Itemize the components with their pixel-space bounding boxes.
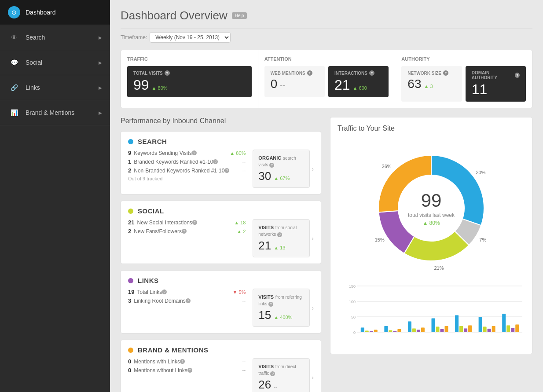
channel-body: 9 Keywords Sending Visits ? ▲ 80% 1 Bran…	[121, 150, 321, 194]
stats-row: Traffic TOTAL VISITS ? 99 ▲ 80%	[121, 50, 532, 108]
channel-card-search: SEARCH 9 Keywords Sending Visits ? ▲ 80%…	[121, 131, 321, 194]
attention-section: Attention WEB MENTIONS ? 0 --	[258, 50, 396, 108]
channel-stat-info-icon[interactable]: ?	[192, 220, 197, 225]
sidebar-item-social[interactable]: 💬 Social ▶	[0, 50, 110, 75]
network-size-info-icon[interactable]: ?	[443, 70, 448, 76]
channel-stat-row: 2 Non-Branded Keywords Ranked #1-10 ? --	[128, 167, 246, 174]
channel-header: BRAND & MENTIONS	[121, 340, 321, 358]
metric-change: --	[274, 384, 277, 389]
sidebar-item-brand[interactable]: 📊 Brand & Mentions ▶	[0, 100, 110, 125]
bar-links-0	[370, 331, 373, 332]
search-icon: 👁	[8, 31, 20, 44]
bar-search-3	[432, 319, 435, 333]
metric-from-info-icon[interactable]: ?	[268, 302, 273, 307]
authority-cards: NETWORK SIZE ? 63 ▲ 3 DOMAIN AUTHORITY ?	[401, 66, 526, 102]
traffic-card: Traffic to Your Site 30%7%21%15%26% 99 t…	[330, 117, 532, 354]
timeframe-label: Timeframe:	[121, 34, 147, 40]
timeframe-select[interactable]: Weekly (Nov 19 - 25, 2013)	[150, 32, 231, 43]
bar-search-0	[361, 328, 364, 333]
bar-chart-area: 150100500	[338, 279, 525, 347]
channel-stat-row: 0 Mentions with Links ? --	[128, 358, 246, 365]
total-visits-info-icon[interactable]: ?	[165, 70, 170, 76]
domain-authority-info-icon[interactable]: ?	[515, 73, 520, 78]
channel-metric-box[interactable]: VISITS from direct traffic ? 26 --	[253, 358, 310, 392]
channel-stat-row: 3 Linking Root Domains ? --	[128, 297, 246, 304]
svg-text:150: 150	[349, 284, 356, 289]
sidebar-item-label: Links	[26, 84, 99, 91]
bar-search-1	[384, 326, 388, 332]
out-of-label: Out of 9 tracked	[128, 176, 246, 181]
main-content: Dashboard Overview Help Timeframe: Weekl…	[110, 0, 543, 392]
interactions-change: ▲ 600	[353, 85, 367, 91]
sidebar-item-label: Search	[26, 34, 99, 41]
metric-number: 26	[258, 378, 271, 392]
total-visits-card: TOTAL VISITS ? 99 ▲ 80%	[127, 66, 252, 97]
page-title: Dashboard Overview	[121, 9, 227, 22]
traffic-section: Traffic TOTAL VISITS ? 99 ▲ 80%	[121, 50, 258, 108]
metric-from-info-icon[interactable]: ?	[270, 371, 275, 376]
sidebar-item-links[interactable]: 🔗 Links ▶	[0, 75, 110, 100]
metric-from-info-icon[interactable]: ?	[269, 163, 274, 168]
donut-svg: 30%7%21%15%26% 99 total visits last week…	[361, 143, 502, 275]
channel-stats: 9 Keywords Sending Visits ? ▲ 80% 1 Bran…	[128, 150, 246, 188]
bar-links-3	[440, 329, 444, 332]
channels-container: SEARCH 9 Keywords Sending Visits ? ▲ 80%…	[121, 131, 321, 392]
web-mentions-info-icon[interactable]: ?	[307, 70, 312, 76]
channel-dot	[128, 348, 133, 353]
web-mentions-label: WEB MENTIONS ?	[271, 70, 319, 76]
total-visits-value: 99 ▲ 80%	[133, 77, 246, 93]
channel-stat-num: 0	[128, 358, 131, 365]
help-button[interactable]: Help	[232, 12, 247, 19]
svg-text:total visits last week: total visits last week	[408, 212, 455, 218]
channel-stat-info-icon[interactable]: ?	[224, 168, 229, 173]
bar-brand-1	[397, 329, 401, 332]
interactions-info-icon[interactable]: ?	[369, 70, 374, 76]
metric-value: 26 --	[258, 378, 304, 392]
metric-type: VISITS	[258, 364, 274, 369]
svg-text:100: 100	[349, 300, 356, 304]
donut-chart: 30%7%21%15%26% 99 total visits last week…	[338, 139, 525, 279]
left-panel: Performance by Inbound Channel SEARCH 9 …	[121, 117, 321, 392]
sidebar-item-search[interactable]: 👁 Search ▶	[0, 25, 110, 50]
channel-metric-box[interactable]: ORGANIC search visits ? 30 ▲ 67%	[253, 150, 310, 188]
channel-stat-info-icon[interactable]: ?	[187, 368, 192, 373]
channel-header: LINKS	[121, 271, 321, 289]
domain-authority-label: DOMAIN AUTHORITY ?	[472, 70, 520, 80]
total-visits-change: ▲ 80%	[152, 85, 168, 91]
channel-metric-box[interactable]: VISITS from social networks ? 21 ▲ 13	[253, 219, 310, 257]
authority-section: Authority NETWORK SIZE ? 63 ▲ 3	[395, 50, 532, 108]
channel-stat-label: Branded Keywords Ranked #1-10	[134, 159, 213, 165]
channel-body: 0 Mentions with Links ? -- 0 Mentions wi…	[121, 358, 321, 392]
channel-stat-info-icon[interactable]: ?	[180, 359, 185, 364]
channel-stat-info-icon[interactable]: ?	[186, 298, 191, 303]
channel-stat-info-icon[interactable]: ?	[213, 159, 218, 164]
network-size-change: ▲ 3	[424, 84, 433, 89]
bar-links-2	[417, 330, 420, 333]
metric-type-label: VISITS from social networks ?	[258, 224, 304, 237]
channel-dot	[128, 209, 133, 214]
network-size-value: 63 ▲ 3	[407, 77, 455, 91]
performance-title: Performance by Inbound Channel	[121, 117, 321, 125]
channel-body: 19 Total Links ? ▼ 5% 3 Linking Root Dom…	[121, 289, 321, 333]
channel-stat-info-icon[interactable]: ?	[182, 229, 187, 234]
channel-stat-info-icon[interactable]: ?	[162, 289, 167, 294]
total-visits-label: TOTAL VISITS ?	[133, 70, 246, 76]
bar-social-2	[412, 329, 416, 332]
domain-authority-card: DOMAIN AUTHORITY ? 11	[466, 66, 526, 102]
metric-arrow-icon: ›	[312, 304, 314, 311]
channel-stat-info-icon[interactable]: ?	[192, 150, 197, 155]
bar-social-0	[365, 331, 369, 333]
sidebar-item-dashboard[interactable]: ⊙ Dashboard	[0, 0, 110, 25]
channel-stat-num: 0	[128, 367, 131, 374]
bar-links-6	[511, 328, 514, 332]
channel-metric-box[interactable]: VISITS from referring links ? 15 ▲ 400%	[253, 289, 310, 327]
metric-change: ▲ 67%	[274, 176, 290, 181]
attention-cards: WEB MENTIONS ? 0 -- INTERACTIONS ?	[264, 66, 389, 97]
metric-arrow-icon: ›	[312, 165, 314, 172]
domain-authority-value: 11	[472, 82, 520, 97]
metric-type-label: ORGANIC search visits ?	[258, 154, 304, 168]
metric-from-info-icon[interactable]: ?	[277, 232, 282, 237]
svg-text:▲ 80%: ▲ 80%	[422, 220, 440, 226]
sidebar-item-label: Brand & Mentions	[26, 109, 99, 116]
bar-search-4	[455, 315, 459, 333]
